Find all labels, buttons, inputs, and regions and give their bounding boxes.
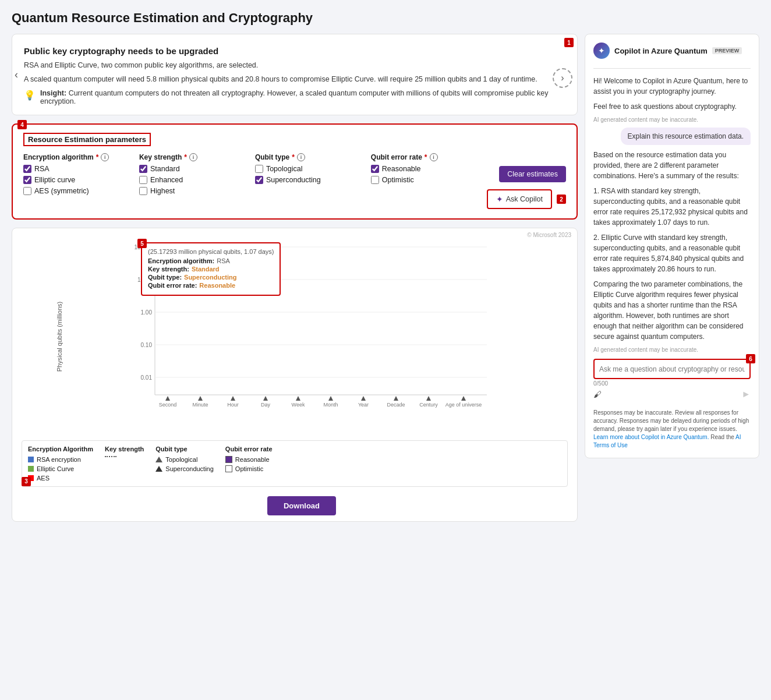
legend-rsa-swatch [28,457,34,462]
legend-qubit-type-title: Qubit type [155,446,214,452]
download-button[interactable]: Download [267,496,336,515]
check-standard-input[interactable] [139,165,147,173]
tooltip-header: (25.17293 million physical qubits, 1.07 … [148,248,274,255]
check-superconducting-input[interactable] [255,176,263,184]
check-rsa[interactable]: RSA [23,165,135,173]
chat-input-container: 6 0/500 🖌 ► [593,359,751,400]
copilot-icon: ✦ [593,43,610,59]
check-optimistic-input[interactable] [371,176,379,184]
encryption-info[interactable]: i [101,153,109,161]
insight-label: Insight: [40,89,66,97]
legend-error-rate: Qubit error rate Reasonable Optimistic [225,446,273,482]
legend-aes: AES [28,475,93,482]
check-aes-input[interactable] [23,187,31,195]
legend-elliptic-label: Elliptic Curve [37,465,74,472]
nav-arrow-left[interactable]: ‹ [15,69,18,81]
svg-marker-26 [296,396,300,401]
check-aes[interactable]: AES (symmetric) [23,187,135,195]
check-optimistic[interactable]: Optimistic [371,176,482,184]
qubit-type-col: Qubit type * i Topological Superconducti… [255,153,366,187]
tooltip-row-4: Qubit error rate: Reasonable [148,282,274,289]
qubit-type-header: Qubit type * i [255,153,366,161]
svg-marker-23 [198,396,203,401]
legend-reasonable: Reasonable [225,456,273,463]
legend-superconducting-label: Superconducting [165,465,214,472]
send-button[interactable]: ► [741,389,751,400]
check-elliptic-input[interactable] [23,176,31,184]
chart-legend: Encryption Algorithm RSA encryption Elli… [22,440,568,487]
check-standard[interactable]: Standard [139,165,250,173]
encryption-header: Encryption algorithm * i [23,153,135,161]
legend-optimistic-label: Optimistic [235,465,263,472]
qubit-type-info[interactable]: i [297,153,305,161]
ask-copilot-button[interactable]: ✦ Ask Copilot [487,189,552,209]
svg-marker-31 [461,396,466,401]
info-card-text1: RSA and Elliptic Curve, two common publi… [24,61,565,71]
legend-topological: Topological [155,456,214,463]
params-buttons: Clear estimates ✦ Ask Copilot 2 [487,153,566,209]
svg-text:1.00: 1.00 [141,309,153,316]
check-enhanced-input[interactable] [139,176,147,184]
nav-arrow-right[interactable]: › [553,68,572,88]
copilot-welcome: Hi! Welcome to Copilot in Azure Quantum,… [593,76,751,97]
check-topological-input[interactable] [255,165,263,173]
legend-topological-icon [155,457,162,462]
bulb-icon: 💡 [24,90,36,101]
legend-optimistic: Optimistic [225,465,273,472]
learn-more-link[interactable]: Learn more about Copilot in Azure Quantu… [593,434,709,440]
clear-estimates-button[interactable]: Clear estimates [499,166,566,182]
svg-text:Month: Month [323,402,338,408]
qubit-error-info[interactable]: i [430,153,438,161]
chart-y-label: Physical qubits (millions) [56,302,63,372]
check-elliptic[interactable]: Elliptic curve [23,176,135,184]
svg-marker-30 [426,396,431,401]
params-card: 4 Resource Estimation parameters Encrypt… [12,123,578,220]
check-reasonable[interactable]: Reasonable [371,165,482,173]
legend-error-rate-title: Qubit error rate [225,446,273,452]
svg-text:Decade: Decade [387,402,405,408]
legend-superconducting-icon [155,466,162,472]
svg-text:0.01: 0.01 [141,374,153,381]
check-highest[interactable]: Highest [139,187,250,195]
check-topological[interactable]: Topological [255,165,366,173]
info-card-title: Public key cryptography needs to be upgr… [24,46,565,56]
attach-button[interactable]: 🖌 [593,390,602,399]
page-title: Quantum Resource Estimation and Cryptogr… [12,10,759,26]
legend-optimistic-icon [225,465,232,472]
chat-input[interactable] [599,365,745,373]
check-superconducting[interactable]: Superconducting [255,176,366,184]
badge-5: 5 [137,239,147,248]
legend-elliptic: Elliptic Curve [28,465,93,472]
response-1: Based on the resource estimation data yo… [593,150,751,181]
response-2: 1. RSA with standard key strength, super… [593,186,751,228]
svg-text:Age of universe: Age of universe [445,402,482,408]
qubit-error-col: Qubit error rate * i Reasonable Optimist… [371,153,482,187]
key-strength-header: Key strength * i [139,153,250,161]
badge-2: 2 [557,195,566,204]
info-card-insight: 💡 Insight: Current quantum computers do … [24,89,565,105]
params-card-title: Resource Estimation parameters [23,133,151,146]
insight-text: Current quantum computers do not threate… [40,89,548,105]
legend-rsa: RSA encryption [28,456,93,463]
check-enhanced[interactable]: Enhanced [139,176,250,184]
legend-elliptic-swatch [28,466,34,472]
check-rsa-input[interactable] [23,165,31,173]
svg-text:Day: Day [261,402,271,408]
copilot-divider [593,68,751,69]
key-strength-info[interactable]: i [189,153,197,161]
legend-aes-label: AES [37,475,49,482]
badge-6: 6 [746,354,755,363]
chart-svg: 100.00 10.00 1.00 0.10 0.01 Second Minut… [56,238,568,412]
check-highest-input[interactable] [139,187,147,195]
legend-key-strength-title: Key strength [105,446,144,452]
legend-key-strength: Key strength [105,446,144,482]
params-grid: Encryption algorithm * i RSA Elliptic cu… [23,153,566,209]
chart-area: Physical qubits (millions) 5 (25.17293 m… [56,238,568,436]
response-4: Comparing the two parameter combinations… [593,279,751,342]
ai-note-2: AI generated content may be inaccurate. [593,347,751,353]
badge-1: 1 [564,38,574,47]
check-reasonable-input[interactable] [371,165,379,173]
svg-text:Century: Century [419,402,438,408]
svg-text:0.10: 0.10 [141,342,153,348]
chart-tooltip: 5 (25.17293 million physical qubits, 1.0… [141,242,281,296]
